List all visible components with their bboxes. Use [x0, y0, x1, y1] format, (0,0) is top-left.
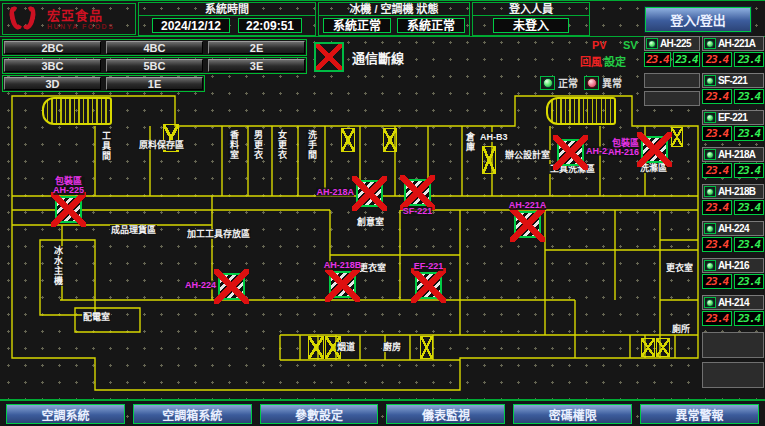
unit-name: AH-221A	[718, 38, 755, 49]
pv-sub-label: 回風	[580, 53, 602, 69]
comm-fail-x-icon	[510, 207, 545, 242]
lamp-glyph	[706, 151, 714, 159]
unit-name-row: AH-214	[702, 295, 764, 310]
unit-pv-value: 23.4	[702, 200, 732, 215]
comm-fail-x-icon	[214, 269, 249, 304]
unit-sv-value: 23.4	[734, 163, 764, 178]
unit-sv-value: 23.4	[734, 52, 764, 67]
lamp-glyph	[706, 262, 714, 270]
unit-sf-221[interactable]: SF-22123.423.4	[702, 73, 764, 104]
ahu-marker-label-line: AH-225	[53, 186, 84, 195]
unit-ah-224[interactable]: AH-22423.423.4	[702, 221, 764, 252]
unit-values-row: 23.423.4	[702, 52, 764, 67]
unit-ah-225[interactable]: AH-22523.423.4	[644, 36, 700, 67]
nav-button-2[interactable]: 空調箱系統	[133, 404, 252, 424]
fan-icon	[656, 338, 670, 357]
ahu-marker-sf-221[interactable]: SF-221	[404, 179, 431, 206]
unit-name: AH-218A	[718, 149, 755, 160]
bottom-nav: 空調系統空調箱系統參數設定儀表監視密碼權限異常警報	[0, 399, 765, 426]
abnormal-indicator: 異常	[584, 75, 622, 90]
stairs-icon	[546, 97, 616, 125]
unit-values-row: 23.423.4	[702, 89, 764, 104]
unit-ah-218b[interactable]: AH-218B23.423.4	[702, 184, 764, 215]
unit-values-row: 23.423.4	[702, 163, 764, 178]
unit-ah-221a[interactable]: AH-221A23.423.4	[702, 36, 764, 67]
unit-sv-value: 23.4	[734, 237, 764, 252]
sv-label: SV	[623, 39, 638, 51]
unit-status-lamp-icon	[704, 75, 716, 86]
unit-ah-214[interactable]: AH-21423.423.4	[702, 295, 764, 326]
ahu-marker-ah-224[interactable]: AH-224	[218, 273, 245, 300]
lamp-glyph	[706, 40, 714, 48]
ahu-marker-ef-221[interactable]: EF-221	[415, 272, 442, 299]
unit-status-lamp-icon	[704, 149, 716, 160]
pv-label: PV	[592, 39, 607, 51]
nav-button-3[interactable]: 參數設定	[260, 404, 379, 424]
unit-name: EF-221	[718, 112, 747, 123]
unit-name-row: AH-221A	[702, 36, 764, 51]
unit-pv-value: 23.4	[702, 52, 732, 67]
normal-label: 正常	[558, 75, 578, 90]
ahu-marker-label: 包裝區AH-216	[608, 139, 639, 157]
unit-name-row: AH-225	[644, 36, 700, 51]
empty-slot	[644, 73, 700, 88]
ahu-marker-label-line: EF-221	[414, 262, 444, 271]
unit-pv-value: 23.4	[702, 163, 732, 178]
fan-icon	[641, 338, 655, 357]
ahu-marker-ah-218a[interactable]: AH-218A	[356, 180, 383, 207]
room-label: 洗手間	[306, 130, 318, 160]
lamp-glyph	[706, 77, 714, 85]
room-label: 廁所	[671, 324, 691, 334]
room-label: 配電室	[82, 312, 111, 322]
ahu-marker-label: EF-221	[414, 262, 444, 271]
unit-name-row: AH-218A	[702, 147, 764, 162]
unit-sv-value: 23.4	[734, 200, 764, 215]
fan-icon	[383, 128, 397, 152]
unit-values-row: 23.423.4	[644, 52, 700, 67]
comm-fail-x-icon	[553, 135, 588, 170]
unit-name-row: AH-224	[702, 221, 764, 236]
nav-button-6[interactable]: 異常警報	[640, 404, 759, 424]
unit-ef-221[interactable]: EF-22123.423.4	[702, 110, 764, 141]
comm-fail-x-icon	[400, 175, 435, 210]
nav-button-5[interactable]: 密碼權限	[513, 404, 632, 424]
room-label: 原料保存區	[138, 140, 185, 150]
abnormal-lamp-icon	[584, 76, 599, 90]
room-label: AH-B3	[479, 132, 509, 142]
ahu-marker-ah-225[interactable]: 包裝區AH-225	[55, 196, 82, 223]
comm-fail-x-icon	[325, 267, 360, 302]
unit-pv-value: 23.4	[702, 274, 732, 289]
room-label: 工具間	[100, 131, 112, 161]
unit-ah-218a[interactable]: AH-218A23.423.4	[702, 147, 764, 178]
room-label: 辦公設計室	[504, 150, 551, 160]
ahu-marker-ah-218b[interactable]: AH-218B	[329, 271, 356, 298]
unit-sv-value: 23.4	[734, 311, 764, 326]
unit-column-left: AH-22523.423.4	[644, 36, 700, 109]
fan-icon	[308, 336, 324, 359]
room-label: 男更衣	[252, 130, 264, 160]
unit-pv-value: 23.4	[702, 89, 732, 104]
unit-status-lamp-icon	[704, 223, 716, 234]
room-label: 創意室	[356, 217, 385, 227]
ahu-marker-label: AH-218A	[316, 188, 354, 197]
unit-ah-216[interactable]: AH-21623.423.4	[702, 258, 764, 289]
unit-pv-value: 23.4	[702, 237, 732, 252]
ahu-marker-label: AH-224	[185, 281, 216, 290]
unit-values-row: 23.423.4	[702, 126, 764, 141]
nav-button-4[interactable]: 儀表監視	[386, 404, 505, 424]
unit-name-row: EF-221	[702, 110, 764, 125]
ahu-marker-ah-221a[interactable]: AH-221A	[514, 211, 541, 238]
room-label: 女更衣	[276, 130, 288, 160]
ahu-marker-label: SF-221	[403, 207, 433, 216]
unit-status-lamp-icon	[704, 112, 716, 123]
lamp-glyph	[706, 225, 714, 233]
unit-status-lamp-icon	[646, 38, 658, 49]
ahu-marker-ah-214[interactable]: AH-214	[557, 139, 584, 166]
unit-status-lamp-icon	[704, 260, 716, 271]
nav-button-1[interactable]: 空調系統	[6, 404, 125, 424]
unit-name: SF-221	[718, 75, 747, 86]
unit-name: AH-216	[718, 260, 749, 271]
unit-name-row: AH-216	[702, 258, 764, 273]
ahu-marker-ah-216[interactable]: 包裝區AH-216	[641, 136, 668, 163]
unit-name: AH-218B	[718, 186, 755, 197]
